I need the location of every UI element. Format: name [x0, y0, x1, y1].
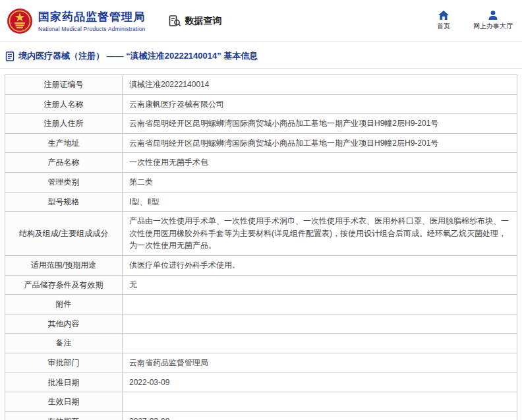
table-row: 管理类别第二类: [5, 172, 517, 192]
row-value: [123, 334, 517, 353]
row-label: 结构及组成/主要组成成分: [5, 212, 123, 256]
brand-text: 国家药品监督管理局 National Medical Products Admi…: [38, 9, 146, 32]
row-label: 生产地址: [5, 133, 123, 153]
quick-links: 首页 网上办事大厅: [432, 11, 513, 31]
row-value: 无: [123, 275, 517, 295]
row-value: 云南康帆医疗器械有限公司: [123, 94, 517, 114]
row-value: 云南省昆明经开区昆明螺蛳湾国际商贸城小商品加工基地一期产业项目H9幢2层H9-2…: [123, 114, 517, 134]
row-value: 云南省昆明经开区昆明螺蛳湾国际商贸城小商品加工基地一期产业项目H9幢2层H9-2…: [123, 133, 517, 153]
row-label: 注册人名称: [5, 94, 123, 114]
row-value: 供医疗单位进行外科手术使用。: [123, 255, 517, 275]
row-value: 一次性使用无菌手术包: [123, 153, 517, 173]
org-name-en: National Medical Products Administration: [38, 26, 146, 32]
org-name-cn: 国家药品监督管理局: [38, 9, 146, 24]
table-row: 审批部门云南省药品监督管理局: [5, 353, 517, 373]
row-value: 2027-03-08: [123, 411, 517, 420]
national-emblem-logo: [7, 8, 33, 34]
table-row: 产品储存条件及有效期无: [5, 275, 517, 295]
table-row: 附件: [5, 295, 517, 315]
row-label: 注册人住所: [5, 114, 123, 134]
table-row: 批准日期2022-03-09: [5, 373, 517, 392]
registration-info-table: 注册证编号滇械注准20222140014 注册人名称云南康帆医疗器械有限公司 注…: [5, 75, 517, 420]
row-label: 有效期至: [5, 411, 123, 420]
row-label: 生效日期: [5, 392, 123, 412]
table-row: 生效日期: [5, 392, 517, 412]
row-label: 附件: [5, 295, 123, 315]
row-value: [123, 295, 517, 315]
nav-service-hall-label: 网上办事大厅: [473, 22, 513, 31]
row-value: [123, 392, 517, 412]
table-row: 备注: [5, 334, 517, 353]
table-row: 产品名称一次性使用无菌手术包: [5, 153, 517, 173]
row-value: 滇械注准20222140014: [123, 75, 517, 95]
site-header: 国家药品监督管理局 National Medical Products Admi…: [0, 0, 522, 42]
row-value: 产品由一次性使用手术单、一次性使用手术洞巾、一次性使用手术衣、医用外科口罩、医用…: [123, 212, 517, 256]
row-label: 产品名称: [5, 153, 123, 173]
table-row: 生产地址云南省昆明经开区昆明螺蛳湾国际商贸城小商品加工基地一期产业项目H9幢2层…: [5, 133, 517, 153]
row-label: 批准日期: [5, 373, 123, 392]
nav-home[interactable]: 首页: [432, 11, 455, 31]
table-row: 注册证编号滇械注准20222140014: [5, 75, 517, 95]
row-value: [123, 314, 517, 334]
brand: 国家药品监督管理局 National Medical Products Admi…: [7, 8, 146, 34]
document-icon: [5, 51, 14, 61]
breadcrumb-text: 境内医疗器械（注册） —— “滇械注准20222140014” 基本信息: [18, 50, 258, 62]
data-query-label: 数据查询: [185, 15, 222, 27]
person-icon: [488, 11, 498, 20]
row-label: 其他内容: [5, 314, 123, 334]
breadcrumb: 境内医疗器械（注册） —— “滇械注准20222140014” 基本信息: [0, 42, 522, 69]
row-value: 云南省药品监督管理局: [123, 353, 517, 373]
table-row: 结构及组成/主要组成成分产品由一次性使用手术单、一次性使用手术洞巾、一次性使用手…: [5, 212, 517, 256]
row-value: 第二类: [123, 172, 517, 192]
table-row: 注册人名称云南康帆医疗器械有限公司: [5, 94, 517, 114]
table-row: 其他内容: [5, 314, 517, 334]
registration-info: 注册证编号滇械注准20222140014 注册人名称云南康帆医疗器械有限公司 注…: [0, 69, 522, 420]
row-label: 产品储存条件及有效期: [5, 275, 123, 295]
home-icon: [438, 11, 449, 20]
row-label: 备注: [5, 334, 123, 353]
nav-data-query[interactable]: 数据查询: [168, 15, 222, 28]
row-value: Ⅰ型、Ⅱ型: [123, 192, 517, 212]
table-row: 型号规格Ⅰ型、Ⅱ型: [5, 192, 517, 212]
data-query-icon: [168, 15, 181, 28]
row-label: 型号规格: [5, 192, 123, 212]
table-row: 注册人住所云南省昆明经开区昆明螺蛳湾国际商贸城小商品加工基地一期产业项目H9幢2…: [5, 114, 517, 134]
row-label: 注册证编号: [5, 75, 123, 95]
row-label: 适用范围/预期用途: [5, 255, 123, 275]
table-row: 适用范围/预期用途供医疗单位进行外科手术使用。: [5, 255, 517, 275]
row-value: 2022-03-09: [123, 373, 517, 392]
row-label: 管理类别: [5, 172, 123, 192]
row-label: 审批部门: [5, 353, 123, 373]
table-row: 有效期至2027-03-08: [5, 411, 517, 420]
nav-home-label: 首页: [437, 22, 450, 31]
nav-service-hall[interactable]: 网上办事大厅: [473, 11, 513, 31]
